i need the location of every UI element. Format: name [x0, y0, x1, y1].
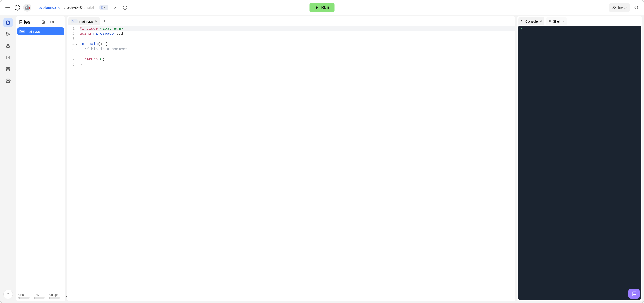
svg-point-26: [60, 31, 60, 31]
rail-files-icon[interactable]: [3, 18, 13, 27]
terminal-output[interactable]: ›: [518, 26, 641, 300]
svg-point-22: [59, 21, 60, 21]
ram-bar: [34, 297, 45, 298]
main: ? Files C++ main.cpp CPU: [0, 15, 644, 302]
cpu-bar: [18, 297, 30, 298]
svg-point-24: [59, 23, 60, 23]
close-shell-icon[interactable]: [562, 20, 565, 23]
close-console-icon[interactable]: [540, 20, 542, 23]
breadcrumb-repo: activity-0-english: [67, 5, 96, 10]
rail-debugger-icon[interactable]: [3, 53, 13, 62]
file-item-label: main.cpp: [26, 30, 40, 33]
svg-point-16: [6, 67, 10, 69]
cpp-file-icon: C++: [20, 29, 24, 34]
side-rail: ?: [2, 16, 14, 301]
close-tab-icon[interactable]: [95, 20, 98, 23]
svg-point-25: [60, 30, 60, 30]
language-badge[interactable]: C++: [99, 5, 108, 10]
breadcrumb-owner[interactable]: nuevofoundation: [34, 5, 62, 10]
rail-database-icon[interactable]: [3, 65, 13, 74]
svg-point-10: [6, 33, 8, 34]
file-item-main-cpp[interactable]: C++ main.cpp: [18, 27, 64, 35]
terminal-icon: [520, 20, 524, 23]
svg-marker-15: [8, 57, 9, 58]
console-menu-icon[interactable]: [636, 19, 640, 24]
run-button-label: Run: [321, 5, 329, 10]
rail-git-icon[interactable]: [3, 30, 13, 39]
svg-point-42: [638, 20, 638, 20]
svg-point-34: [510, 22, 511, 22]
rail-settings-icon[interactable]: [3, 76, 13, 86]
svg-point-32: [510, 20, 511, 20]
header-right: Invite: [609, 3, 640, 12]
storage-label: Storage: [49, 293, 60, 296]
line-gutter: 1234▼5678: [67, 26, 76, 301]
resource-stats: CPU RAM Storage: [18, 292, 64, 299]
editor-menu-icon[interactable]: [509, 19, 512, 24]
tab-main-cpp[interactable]: C++ main.cpp: [68, 17, 100, 25]
storage-stat: Storage: [49, 293, 60, 298]
invite-button-label: Invite: [618, 6, 626, 10]
files-menu-icon[interactable]: [56, 19, 62, 25]
cpp-tab-icon: C++: [71, 20, 78, 23]
ram-stat: RAM: [34, 293, 45, 298]
menu-icon[interactable]: [4, 4, 12, 12]
header: 🤖 nuevofoundation / activity-0-english C…: [0, 1, 644, 15]
help-icon[interactable]: ?: [3, 289, 13, 299]
code-content[interactable]: #include <iostream>using namespace std;i…: [76, 26, 515, 301]
file-item-menu-icon[interactable]: [58, 30, 62, 33]
new-file-icon[interactable]: [40, 19, 46, 25]
svg-point-17: [8, 80, 9, 82]
breadcrumb-sep: /: [64, 5, 66, 10]
svg-point-5: [613, 6, 614, 8]
svg-point-33: [510, 21, 511, 21]
avatar-emoji: 🤖: [25, 5, 30, 10]
run-button[interactable]: Run: [310, 3, 334, 12]
files-header: Files: [18, 18, 64, 27]
breadcrumb: nuevofoundation / activity-0-english: [34, 5, 96, 10]
shell-icon: [548, 20, 551, 23]
files-title: Files: [19, 19, 39, 25]
svg-point-43: [638, 21, 638, 21]
svg-point-23: [59, 22, 60, 22]
console-tab-label: Console: [526, 20, 538, 23]
code-editor[interactable]: 1234▼5678 #include <iostream>using names…: [67, 26, 515, 301]
rail-lock-icon[interactable]: [3, 41, 13, 51]
replit-logo-icon[interactable]: [14, 4, 21, 11]
files-panel: Files C++ main.cpp CPU: [16, 16, 65, 301]
chat-button[interactable]: [628, 289, 640, 298]
editor-tabs: C++ main.cpp: [67, 16, 515, 26]
header-left: 🤖 nuevofoundation / activity-0-english C…: [4, 4, 129, 12]
new-folder-icon[interactable]: [49, 19, 55, 25]
svg-point-11: [9, 34, 10, 35]
svg-point-12: [6, 35, 8, 36]
svg-rect-13: [7, 46, 10, 48]
console-tabs: Console Shell: [517, 16, 642, 26]
user-avatar[interactable]: 🤖: [23, 4, 31, 12]
add-console-tab-icon[interactable]: [568, 18, 575, 25]
svg-point-27: [60, 32, 60, 32]
svg-point-44: [638, 22, 638, 22]
tab-label: main.cpp: [80, 20, 93, 23]
chevron-down-icon[interactable]: [111, 4, 119, 12]
console-panel: Console Shell ›: [517, 16, 642, 301]
search-icon[interactable]: [632, 4, 640, 12]
svg-line-9: [637, 9, 638, 10]
editor-panel: C++ main.cpp 1234▼5678 #include <iostrea…: [67, 16, 515, 301]
tab-console[interactable]: Console: [518, 17, 544, 25]
cpu-label: CPU: [18, 293, 30, 296]
terminal-prompt: ›: [520, 27, 522, 30]
cpu-stat: CPU: [18, 293, 30, 298]
svg-marker-4: [316, 6, 318, 9]
storage-bar: [49, 297, 60, 298]
shell-tab-label: Shell: [553, 20, 560, 23]
svg-point-8: [635, 6, 638, 9]
tab-shell[interactable]: Shell: [546, 17, 567, 25]
add-tab-icon[interactable]: [101, 18, 108, 25]
invite-button[interactable]: Invite: [609, 3, 630, 12]
history-icon[interactable]: [121, 4, 129, 12]
ram-label: RAM: [34, 293, 45, 296]
